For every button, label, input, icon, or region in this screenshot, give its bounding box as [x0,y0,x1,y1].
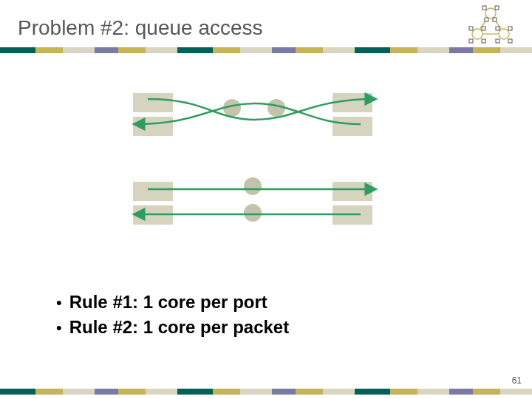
list-item: • Rule #2: 1 core per packet [56,317,289,338]
stripe-segment [272,47,296,53]
svg-point-2 [499,29,509,39]
flow-arrows-icon [103,81,414,251]
network-logo-icon [463,4,519,50]
svg-rect-9 [493,18,497,21]
stripe-segment [213,47,240,53]
bullet-text: Rule #2: 1 core per packet [69,317,289,338]
stripe-segment [355,389,390,395]
stripe-segment [240,47,272,53]
stripe-segment [146,389,177,395]
stripe-segment [390,389,417,395]
stripe-segment [473,47,500,53]
stripe-segment [35,47,63,53]
stripe-segment [118,47,146,53]
svg-point-0 [485,8,496,18]
stripe-segment [323,47,355,53]
stripe-segment [417,389,449,395]
stripe-segment [35,389,63,395]
svg-rect-7 [495,6,499,10]
stripe-segment [449,47,473,53]
stripe-segment [0,389,35,395]
svg-rect-12 [469,39,473,43]
stripe-segment [323,389,355,395]
svg-rect-13 [482,39,485,43]
stripe-segment [473,389,500,395]
stripe-segment [95,389,118,395]
stripe-segment [296,389,323,395]
stripe-segment [213,389,240,395]
stripe-segment [240,389,272,395]
svg-point-1 [472,29,482,39]
svg-rect-6 [482,6,486,10]
list-item: • Rule #1: 1 core per port [56,292,289,313]
stripe-segment [95,47,118,53]
svg-rect-8 [485,18,488,21]
page-number: 61 [512,375,522,386]
stripe-segment [390,47,417,53]
svg-rect-14 [496,27,499,30]
stripe-segment [177,47,213,53]
divider-stripe-bottom [0,389,532,395]
stripe-segment [296,47,323,53]
divider-stripe-top [0,47,532,53]
stripe-segment [63,389,95,395]
stripe-segment [63,47,95,53]
svg-rect-17 [508,39,512,43]
bullet-dot-icon: • [56,320,62,336]
stripe-segment [272,389,296,395]
bullet-dot-icon: • [56,295,62,311]
stripe-segment [500,47,532,53]
stripe-segment [177,389,213,395]
stripe-segment [417,47,449,53]
stripe-segment [449,389,473,395]
stripe-segment [500,389,532,395]
svg-rect-11 [482,27,485,30]
stripe-segment [0,47,35,53]
stripe-segment [355,47,390,53]
svg-rect-16 [496,39,499,43]
bullet-text: Rule #1: 1 core per port [69,292,267,313]
queue-diagram [103,81,414,251]
page-title: Problem #2: queue access [18,16,263,40]
svg-rect-10 [469,27,473,30]
bullet-list: • Rule #1: 1 core per port • Rule #2: 1 … [56,292,289,342]
stripe-segment [118,389,146,395]
stripe-segment [146,47,177,53]
slide: Problem #2: queue access [0,0,532,399]
svg-rect-15 [508,27,512,30]
